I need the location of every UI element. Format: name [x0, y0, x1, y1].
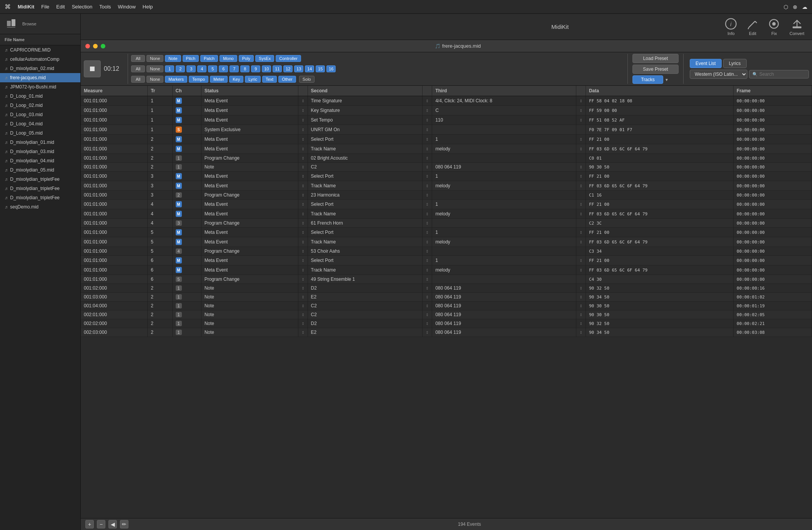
add-event-button[interactable]: +	[85, 520, 94, 528]
filter-lyric[interactable]: Lyric	[245, 76, 261, 83]
menubar-edit[interactable]: Edit	[56, 4, 65, 10]
table-row[interactable]: 001:01:000 4 M Meta Event ⇕ Select Port …	[81, 200, 812, 209]
table-row[interactable]: 001:01:000 3 M Meta Event ⇕ Select Port …	[81, 172, 812, 181]
fix-button[interactable]: Fix	[768, 18, 780, 36]
channel-7[interactable]: 7	[230, 65, 239, 72]
file-item[interactable]: ♬D_Loop_01.mid	[0, 92, 80, 101]
file-item[interactable]: ♬D_mixolydian_01.mid	[0, 138, 80, 147]
channel-4[interactable]: 4	[197, 65, 206, 72]
filter-meter[interactable]: Meter	[210, 76, 228, 83]
file-item[interactable]: ♬CAPRICORNE.MID	[0, 45, 80, 55]
filter-text[interactable]: Text	[262, 76, 277, 83]
table-row[interactable]: 001:03:000 2 1 Note ⇕ E2 ⇕ 080 064 119 ⇕…	[81, 293, 812, 302]
channel-1[interactable]: 1	[165, 65, 174, 72]
file-item[interactable]: ♬D_Loop_03.mid	[0, 110, 80, 119]
table-row[interactable]: 002:03:000 2 1 Note ⇕ E2 ⇕ 080 064 119 ⇕…	[81, 328, 812, 337]
filter-row2-none[interactable]: None	[146, 65, 163, 72]
menubar-tools[interactable]: Tools	[99, 4, 111, 10]
close-button[interactable]	[85, 44, 90, 48]
table-row[interactable]: 001:02:000 2 1 Note ⇕ D2 ⇕ 080 064 119 ⇕…	[81, 284, 812, 293]
menubar-window[interactable]: Window	[118, 4, 136, 10]
file-item[interactable]: ♬D_Loop_02.mid	[0, 101, 80, 110]
menubar-file[interactable]: File	[41, 4, 49, 10]
menubar-midikit[interactable]: MidiKit	[18, 4, 34, 10]
file-item[interactable]: ♬D_Loop_05.mid	[0, 128, 80, 138]
solo-button[interactable]: Solo	[299, 76, 314, 83]
table-row[interactable]: 001:01:000 4 3 Program Change ⇕ 61 Frenc…	[81, 219, 812, 228]
channel-3[interactable]: 3	[186, 65, 196, 72]
info-button[interactable]: i Info	[725, 18, 737, 36]
channel-12[interactable]: 12	[283, 65, 293, 72]
file-item[interactable]: ♬JPM072-lyo-Bushi.mid	[0, 82, 80, 92]
maximize-button[interactable]	[101, 44, 105, 48]
filter-patch[interactable]: Patch	[200, 55, 218, 62]
apple-menu[interactable]: ⌘	[5, 3, 11, 10]
filter-mono[interactable]: Mono	[220, 55, 237, 62]
filter-note[interactable]: Note	[165, 55, 181, 62]
table-container[interactable]: Measure Tr Ch Status Second Third Data F…	[81, 86, 812, 518]
menubar-help[interactable]: Help	[143, 4, 153, 10]
channel-15[interactable]: 15	[316, 65, 325, 72]
file-item[interactable]: ♬D_mixolydian_tripletFee	[0, 184, 80, 193]
table-row[interactable]: 001:01:000 5 4 Program Change ⇕ 53 Choir…	[81, 247, 812, 256]
filter-row1-none[interactable]: None	[146, 55, 163, 62]
file-item[interactable]: ♬D_mixolydian_03.mid	[0, 147, 80, 156]
tab-lyrics[interactable]: Lyrics	[723, 59, 747, 68]
tracks-dropdown[interactable]: Tracks	[632, 75, 663, 84]
edit-button[interactable]: Edit	[746, 18, 759, 36]
file-item[interactable]: ♬D_mixolydian_04.mid	[0, 156, 80, 165]
filter-poly[interactable]: Poly	[239, 55, 254, 62]
file-item[interactable]: ♬D_mixolydian_02.mid	[0, 64, 80, 73]
filter-row3-all[interactable]: All	[131, 76, 145, 83]
table-row[interactable]: 001:01:000 1 M Meta Event ⇕ Set Tempo ⇕ …	[81, 115, 812, 125]
table-row[interactable]: 001:01:000 2 1 Program Change ⇕ 02 Brigh…	[81, 154, 812, 163]
table-row[interactable]: 001:01:000 2 M Meta Event ⇕ Track Name ⇕…	[81, 144, 812, 154]
table-row[interactable]: 001:01:000 5 M Meta Event ⇕ Track Name ⇕…	[81, 237, 812, 247]
table-row[interactable]: 001:01:000 6 M Meta Event ⇕ Select Port …	[81, 256, 812, 265]
table-row[interactable]: 001:04:000 2 1 Note ⇕ C2 ⇕ 080 064 119 ⇕…	[81, 302, 812, 310]
remove-event-button[interactable]: −	[97, 520, 105, 528]
file-item[interactable]: ♬D_mixolydian_05.mid	[0, 165, 80, 175]
table-row[interactable]: 001:01:000 5 M Meta Event ⇕ Select Port …	[81, 228, 812, 237]
table-row[interactable]: 001:01:000 3 M Meta Event ⇕ Track Name ⇕…	[81, 181, 812, 191]
speaker-button[interactable]: ◀	[108, 520, 117, 528]
file-item[interactable]: ♬D_Loop_04.mid	[0, 119, 80, 128]
western-selector[interactable]: Western (ISO Latin...	[690, 70, 747, 79]
table-row[interactable]: 001:01:000 2 M Meta Event ⇕ Select Port …	[81, 135, 812, 144]
filter-row2-all[interactable]: All	[131, 65, 145, 72]
filter-row3-none[interactable]: None	[146, 76, 163, 83]
filter-key[interactable]: Key	[229, 76, 243, 83]
file-item[interactable]: ♬frere-jacques.mid	[0, 73, 80, 82]
convert-button[interactable]: Convert	[789, 18, 804, 36]
tab-event-list[interactable]: Event List	[690, 59, 722, 68]
load-preset-button[interactable]: Load Preset	[632, 54, 679, 63]
channel-2[interactable]: 2	[176, 65, 185, 72]
minimize-button[interactable]	[93, 44, 98, 48]
table-row[interactable]: 002:01:000 2 1 Note ⇕ C2 ⇕ 080 064 119 ⇕…	[81, 310, 812, 319]
channel-11[interactable]: 11	[273, 65, 282, 72]
table-row[interactable]: 001:01:000 1 S System Exclusive ⇕ UNRT G…	[81, 125, 812, 135]
file-item[interactable]: ♬seqDemo.mid	[0, 202, 80, 212]
save-preset-button[interactable]: Save Preset	[632, 65, 679, 74]
channel-16[interactable]: 16	[326, 65, 336, 72]
channel-6[interactable]: 6	[219, 65, 228, 72]
table-row[interactable]: 001:01:000 2 1 Note ⇕ C2 ⇕ 080 064 119 ⇕…	[81, 163, 812, 172]
filter-sysex[interactable]: SysEx	[255, 55, 274, 62]
stop-button[interactable]	[84, 60, 101, 77]
file-item[interactable]: ♬D_mixolydian_tripletFee	[0, 193, 80, 202]
table-row[interactable]: 001:01:000 6 5 Program Change ⇕ 49 Strin…	[81, 275, 812, 284]
search-box[interactable]: 🔍	[749, 70, 809, 78]
channel-5[interactable]: 5	[208, 65, 217, 72]
filter-tempo[interactable]: Tempo	[189, 76, 208, 83]
channel-14[interactable]: 14	[305, 65, 314, 72]
filter-controller[interactable]: Controller	[276, 55, 301, 62]
table-row[interactable]: 001:01:000 1 M Meta Event ⇕ Time Signatu…	[81, 96, 812, 106]
filter-pitch[interactable]: Pitch	[183, 55, 199, 62]
file-item[interactable]: ♬cellularAutomatonComp	[0, 55, 80, 64]
channel-9[interactable]: 9	[251, 65, 260, 72]
filter-markers[interactable]: Markers	[165, 76, 187, 83]
channel-8[interactable]: 8	[240, 65, 250, 72]
channel-13[interactable]: 13	[294, 65, 303, 72]
filter-other[interactable]: Other	[278, 76, 296, 83]
table-row[interactable]: 001:01:000 3 2 Program Change ⇕ 23 Harmo…	[81, 191, 812, 200]
